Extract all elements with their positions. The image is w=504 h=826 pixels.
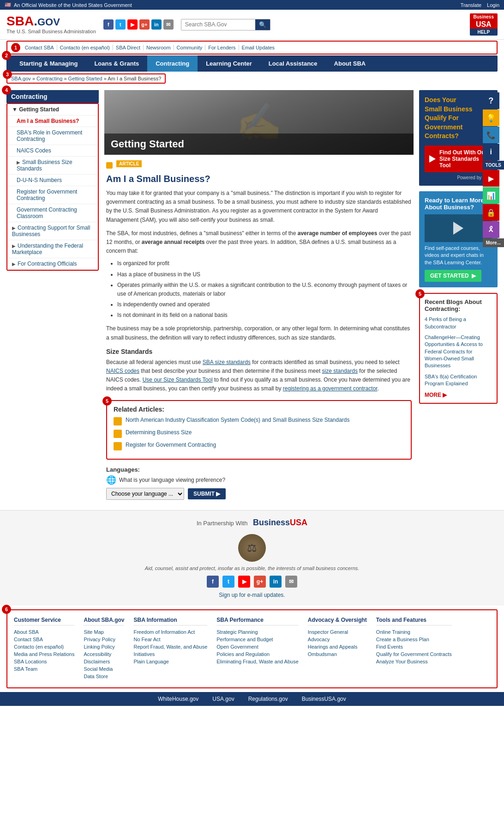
footer-create-business-plan[interactable]: Create a Business Plan <box>376 637 452 642</box>
footer-plain-language[interactable]: Plain Language <box>133 659 207 664</box>
sba-direct-link[interactable]: SBA Direct <box>113 45 144 50</box>
sba-size-link[interactable]: SBA size standards <box>203 359 251 365</box>
footer-ombudsman[interactable]: Ombudsman <box>308 651 367 657</box>
search-input[interactable] <box>181 19 255 30</box>
sidebar-link-naics[interactable]: NAICS Codes <box>7 145 98 157</box>
get-started-button[interactable]: GET STARTED ▶ <box>425 270 481 282</box>
lightbulb-tool-btn[interactable]: 💡 <box>483 109 499 126</box>
video-thumbnail[interactable] <box>425 214 492 242</box>
linkedin-icon[interactable]: in <box>151 19 162 30</box>
sidebar-link-am-i[interactable]: Am I a Small Business? <box>7 115 98 127</box>
language-submit-button[interactable]: SUBMIT <box>188 488 226 499</box>
newsroom-link[interactable]: Newsroom <box>144 45 174 50</box>
footer-sba-locations[interactable]: SBA Locations <box>14 659 74 664</box>
login-link[interactable]: Login <box>487 2 499 8</box>
footer-inspector-general[interactable]: Inspector General <box>308 629 367 635</box>
footer-linking[interactable]: Linking Policy <box>84 644 124 650</box>
footer-qualify-contracts[interactable]: Qualify for Government Contracts <box>376 651 452 657</box>
sidebar-link-sbas-role[interactable]: SBA's Role in Government Contracting <box>7 127 98 145</box>
facebook-icon[interactable]: f <box>103 19 114 30</box>
nav-learning-center[interactable]: Learning Center <box>198 55 260 72</box>
footer-report-fraud[interactable]: Report Fraud, Waste, and Abuse <box>133 644 207 650</box>
footer-online-training[interactable]: Online Training <box>376 629 452 635</box>
nav-starting-managing[interactable]: Starting & Managing <box>11 55 86 72</box>
footer-social-media[interactable]: Social Media <box>84 666 124 672</box>
contact-sba-link[interactable]: Contact SBA <box>22 45 57 50</box>
googleplus-icon[interactable]: g+ <box>139 19 150 30</box>
footer-performance-budget[interactable]: Performance and Budget <box>216 637 299 642</box>
community-link[interactable]: Community <box>174 45 206 50</box>
logo[interactable]: SBA.GOV <box>6 15 96 28</box>
sidebar-link-understanding[interactable]: ▶Understanding the Federal Marketplace <box>7 240 98 258</box>
footer-youtube-icon[interactable]: ▶ <box>238 576 250 588</box>
help-tool-btn[interactable]: ? <box>483 92 499 109</box>
footer-strategic-planning[interactable]: Strategic Planning <box>216 629 299 635</box>
regulations-link[interactable]: Regulations.gov <box>248 696 288 702</box>
youtube-icon[interactable]: ▶ <box>127 19 138 30</box>
lock-tool-btn[interactable]: 🔒 <box>483 204 499 221</box>
footer-googleplus-icon[interactable]: g+ <box>254 576 266 588</box>
for-lenders-link[interactable]: For Lenders <box>205 45 239 50</box>
nav-local-assistance[interactable]: Local Assistance <box>260 55 326 72</box>
footer-foia[interactable]: Freedom of Information Act <box>133 629 207 635</box>
language-select[interactable]: Choose your language ... Español Françai… <box>106 488 184 500</box>
footer-about-sba[interactable]: About SBA <box>14 629 74 635</box>
contacto-link[interactable]: Contacto (en español) <box>57 45 113 50</box>
size-standards-tool-btn[interactable]: Find Out With Our Size Standards Tool <box>425 146 492 172</box>
sidebar-link-for-officials[interactable]: ▶For Contracting Officials <box>7 258 98 270</box>
email-updates-link[interactable]: Email Updates <box>239 45 278 50</box>
footer-eliminating-fraud[interactable]: Eliminating Fraud, Waste and Abuse <box>216 659 299 664</box>
email-signup-link[interactable]: Sign up for e-mail updates. <box>219 592 285 598</box>
related-link-1[interactable]: North American Industry Classification S… <box>126 417 350 423</box>
sidebar-link-duns[interactable]: D-U-N-S Numbers <box>7 175 98 186</box>
footer-data-store[interactable]: Data Store <box>84 674 124 679</box>
footer-no-fear[interactable]: No Fear Act <box>133 637 207 642</box>
footer-open-government[interactable]: Open Government <box>216 644 299 650</box>
footer-email-icon[interactable]: ✉ <box>285 576 297 588</box>
breadcrumb-home[interactable]: SBA.gov <box>11 76 31 81</box>
nav-about-sba[interactable]: About SBA <box>326 55 374 72</box>
footer-contacto[interactable]: Contacto (en español) <box>14 644 74 650</box>
sidebar-link-getting-started[interactable]: ▼ Getting Started <box>7 104 98 115</box>
nav-loans-grants[interactable]: Loans & Grants <box>86 55 147 72</box>
registering-link[interactable]: registering as a government contractor <box>283 385 378 392</box>
sidebar-link-contracting-support[interactable]: ▶Contracting Support for Small Businesse… <box>7 222 98 240</box>
footer-site-map[interactable]: Site Map <box>84 629 124 635</box>
sidebar-link-register[interactable]: Register for Government Contracting <box>7 186 98 204</box>
blog-link-2[interactable]: ChallengeHer—Creating Opportunities & Ac… <box>425 334 492 370</box>
footer-hearings[interactable]: Hearings and Appeals <box>308 644 367 650</box>
footer-accessibility[interactable]: Accessibility <box>84 651 124 657</box>
blog-link-1[interactable]: 4 Perks of Being a Subcontractor <box>425 316 492 330</box>
footer-linkedin-icon[interactable]: in <box>270 576 282 588</box>
info-tool-btn[interactable]: i <box>483 144 499 160</box>
phone-tool-btn[interactable]: 📞 <box>483 127 499 143</box>
footer-media-press[interactable]: Media and Press Relations <box>14 651 74 657</box>
usa-gov-link[interactable]: USA.gov <box>212 696 234 702</box>
footer-policies-regulation[interactable]: Policies and Regulation <box>216 651 299 657</box>
footer-sba-team[interactable]: SBA Team <box>14 666 74 672</box>
footer-twitter-icon[interactable]: t <box>222 576 234 588</box>
related-link-2[interactable]: Determining Business Size <box>126 429 192 436</box>
more-tools-btn[interactable]: More... <box>483 238 504 247</box>
footer-privacy[interactable]: Privacy Policy <box>84 637 124 642</box>
size-standards-link[interactable]: size standards <box>322 368 358 374</box>
whitehouse-link[interactable]: WhiteHouse.gov <box>158 696 198 702</box>
search-button[interactable]: 🔍 <box>255 19 270 30</box>
nav-contracting[interactable]: Contracting <box>147 55 198 72</box>
size-tool-link[interactable]: Use our Size Standards Tool <box>143 377 213 383</box>
footer-contact-sba[interactable]: Contact SBA <box>14 637 74 642</box>
blog-link-3[interactable]: SBA's 8(a) Certification Program Explain… <box>425 373 492 388</box>
chart-tool-btn[interactable]: 📊 <box>483 187 499 204</box>
businessusa-link[interactable]: BusinessUSA.gov <box>302 696 346 702</box>
footer-advocacy[interactable]: Advocacy <box>308 637 367 642</box>
related-link-3[interactable]: Register for Government Contracting <box>126 442 216 448</box>
sidebar-link-size-standards[interactable]: ▶Small Business Size Standards <box>7 157 98 175</box>
play-tool-btn[interactable]: ▶ <box>483 170 499 187</box>
translate-link[interactable]: Translate <box>461 2 481 8</box>
ribbon-tool-btn[interactable]: 🎗 <box>483 221 499 238</box>
footer-facebook-icon[interactable]: f <box>207 576 219 588</box>
email-icon[interactable]: ✉ <box>163 19 174 30</box>
footer-find-events[interactable]: Find Events <box>376 644 452 650</box>
footer-analyze-business[interactable]: Analyze Your Business <box>376 659 452 664</box>
naics-codes-link[interactable]: NAICS codes <box>106 368 139 374</box>
